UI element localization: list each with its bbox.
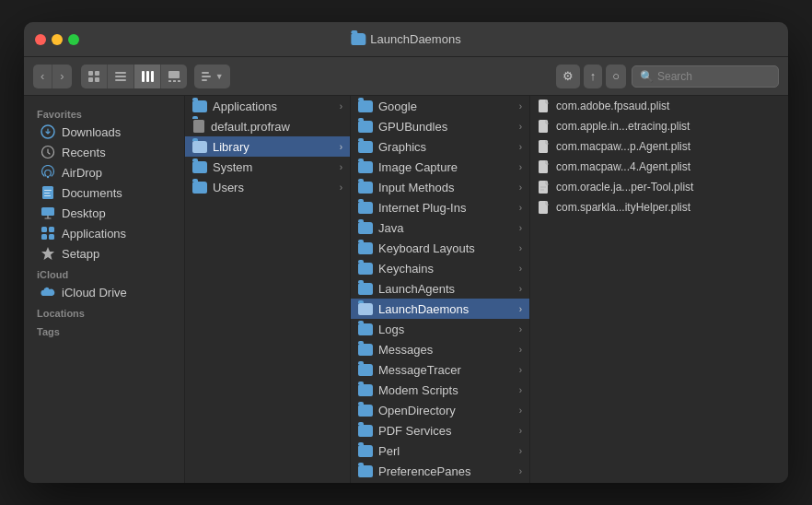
col2-messages[interactable]: Messages ›: [351, 339, 529, 359]
folder-icon: [358, 364, 373, 376]
col2-perl[interactable]: Perl ›: [351, 440, 529, 461]
col2-modem-scripts[interactable]: Modem Scripts ›: [351, 380, 529, 400]
downloads-icon: [41, 124, 55, 139]
traffic-lights: [35, 34, 79, 45]
svg-rect-32: [539, 140, 548, 153]
col2-launchdaemons[interactable]: LaunchDaemons ›: [351, 299, 529, 319]
col2-logs[interactable]: Logs ›: [351, 319, 529, 339]
chevron-icon: ›: [519, 264, 522, 274]
search-box[interactable]: 🔍: [632, 65, 779, 88]
icloud-label: iCloud: [24, 264, 184, 282]
col2-preferences[interactable]: Preferences ›: [351, 481, 529, 483]
file-item-6[interactable]: com.sparkla...ityHelper.plist: [530, 197, 788, 217]
airdrop-icon: [41, 165, 55, 180]
col1-default-profraw[interactable]: default.profraw: [185, 116, 350, 136]
col2-launchagents[interactable]: LaunchAgents ›: [351, 278, 529, 299]
sidebar-item-setapp[interactable]: Setapp: [28, 243, 180, 264]
finder-window: LaunchDaemons ‹ ›: [24, 22, 788, 483]
svg-rect-6: [115, 79, 126, 81]
close-button[interactable]: [35, 34, 46, 45]
plist-file-icon: [538, 159, 551, 174]
chevron-icon: ›: [519, 426, 522, 436]
file-item-4[interactable]: com.macpaw...4.Agent.plist: [530, 157, 788, 177]
locations-label: Locations: [24, 302, 184, 321]
desktop-icon: [41, 206, 55, 220]
col2-keyboard-layouts[interactable]: Keyboard Layouts ›: [351, 238, 529, 258]
col2-pdf-services[interactable]: PDF Services ›: [351, 420, 529, 440]
svg-rect-2: [88, 77, 93, 82]
chevron-icon: ›: [340, 101, 342, 112]
col2-internet-plug-ins[interactable]: Internet Plug-Ins ›: [351, 197, 529, 217]
action-button[interactable]: ⚙: [556, 65, 580, 88]
column-1: Applications › default.profraw Library ›: [185, 96, 351, 483]
folder-icon: [192, 161, 207, 173]
sidebar-item-applications[interactable]: Applications: [28, 223, 180, 243]
svg-rect-1: [95, 71, 99, 76]
minimize-button[interactable]: [52, 34, 63, 45]
folder-icon: [358, 323, 373, 335]
favorites-label: Favorites: [24, 103, 184, 122]
col2-preferencepanes[interactable]: PreferencePanes ›: [351, 461, 529, 481]
chevron-icon: ›: [519, 365, 522, 375]
search-input[interactable]: [657, 70, 771, 83]
col1-applications[interactable]: Applications ›: [185, 96, 350, 116]
arrange-inner-button[interactable]: ▼: [194, 65, 230, 88]
list-view-button[interactable]: [108, 65, 134, 88]
svg-rect-14: [202, 72, 209, 74]
svg-rect-23: [44, 195, 51, 196]
col2-google[interactable]: Google ›: [351, 96, 529, 116]
col1-system[interactable]: System ›: [185, 157, 350, 177]
sidebar-item-airdrop[interactable]: AirDrop: [28, 162, 180, 182]
folder-icon: [358, 202, 373, 214]
sidebar-item-icloud-drive[interactable]: iCloud Drive: [28, 282, 180, 302]
tag-button[interactable]: ○: [606, 65, 626, 88]
back-button[interactable]: ‹: [33, 65, 52, 88]
folder-icon: [358, 283, 373, 295]
file-item-1[interactable]: com.adobe.fpsaud.plist: [530, 96, 788, 116]
svg-rect-3: [95, 77, 99, 82]
folder-icon: [358, 222, 373, 234]
col2-opendirectory[interactable]: OpenDirectory ›: [351, 400, 529, 420]
col1-library[interactable]: Library ›: [185, 136, 350, 157]
gallery-view-button[interactable]: [161, 65, 187, 88]
sidebar-item-documents[interactable]: Documents: [28, 182, 180, 203]
icon-view-button[interactable]: [81, 65, 108, 88]
arrange-button[interactable]: ▼: [194, 65, 230, 88]
column-view-button[interactable]: [134, 65, 161, 88]
svg-rect-15: [202, 76, 211, 77]
col2-keychains[interactable]: Keychains ›: [351, 258, 529, 278]
action-buttons: ⚙ ↑ ○: [556, 65, 626, 88]
file-item-5[interactable]: com.oracle.ja...per-Tool.plist: [530, 177, 788, 197]
folder-icon: [192, 100, 207, 112]
folder-icon: [358, 100, 373, 112]
folder-icon: [358, 384, 373, 396]
share-button[interactable]: ↑: [584, 65, 603, 88]
col2-java[interactable]: Java ›: [351, 217, 529, 238]
col2-graphics[interactable]: Graphics ›: [351, 136, 529, 157]
titlebar: LaunchDaemons: [24, 22, 788, 57]
search-icon: 🔍: [640, 70, 654, 83]
sidebar-item-downloads[interactable]: Downloads: [28, 122, 180, 142]
col1-users[interactable]: Users ›: [185, 177, 350, 197]
forward-button[interactable]: ›: [52, 65, 71, 88]
file-icon: [192, 119, 205, 134]
sidebar-item-desktop[interactable]: Desktop: [28, 203, 180, 223]
svg-rect-33: [539, 160, 548, 173]
column-3: com.adobe.fpsaud.plist com.apple.in...et…: [530, 96, 788, 483]
folder-icon: [358, 121, 373, 133]
svg-rect-24: [41, 207, 54, 216]
folder-icon: [358, 242, 373, 254]
columns-area: Applications › default.profraw Library ›: [185, 96, 788, 483]
col2-image-capture[interactable]: Image Capture ›: [351, 157, 529, 177]
maximize-button[interactable]: [68, 34, 79, 45]
svg-rect-29: [193, 120, 204, 133]
chevron-icon: ›: [519, 324, 522, 335]
col2-input-methods[interactable]: Input Methods ›: [351, 177, 529, 197]
file-item-3[interactable]: com.macpaw...p.Agent.plist: [530, 136, 788, 157]
file-item-2[interactable]: com.apple.in...etracing.plist: [530, 116, 788, 136]
sidebar-item-recents[interactable]: Recents: [28, 142, 180, 162]
col2-messagetracer[interactable]: MessageTracer ›: [351, 359, 529, 380]
plist-file-icon: [538, 180, 551, 194]
col2-gpubundles[interactable]: GPUBundles ›: [351, 116, 529, 136]
svg-rect-21: [44, 190, 52, 191]
